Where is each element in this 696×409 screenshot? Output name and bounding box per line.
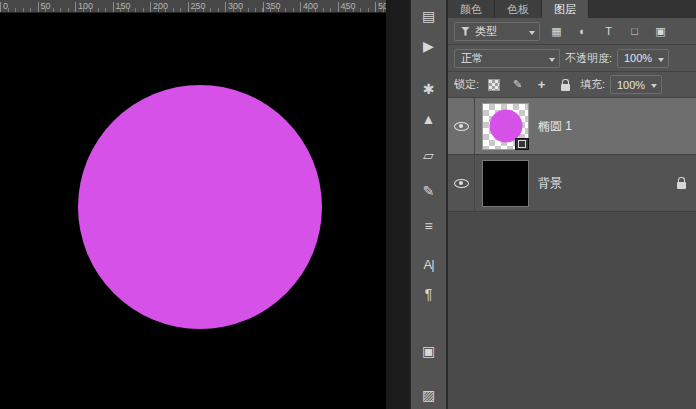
visibility-toggle[interactable] [448, 98, 475, 154]
fill-value: 100% [617, 79, 645, 91]
eye-icon [454, 122, 469, 131]
move-icon: + [538, 77, 546, 92]
libraries-panel-icon[interactable]: ▨ [413, 381, 445, 409]
filter-funnel-icon [461, 27, 470, 36]
ruler-tick: 450 [338, 0, 376, 12]
navigator-panel-icon[interactable]: ▱ [413, 141, 445, 169]
paragraph-panel-icon[interactable]: ¶ [413, 280, 445, 308]
horizontal-ruler[interactable]: 0 50 100 150 200 250 300 350 400 450 500 [0, 0, 386, 13]
ruler-tick: 50 [38, 0, 76, 12]
magenta-ellipse[interactable] [78, 85, 322, 329]
lock-icon [561, 84, 570, 91]
tab-color[interactable]: 颜色 [448, 0, 495, 18]
layer-comps-panel-icon[interactable]: ▣ [413, 338, 445, 366]
actions-panel-icon[interactable]: ▶ [413, 32, 445, 60]
panel-tab-bar: 颜色 色板 图层 [448, 0, 696, 18]
blend-mode-value: 正常 [461, 51, 483, 66]
shape-layer-badge-icon [515, 138, 529, 150]
filter-smart-objects-icon[interactable]: ▣ [651, 22, 670, 40]
ruler-tick: 200 [150, 0, 188, 12]
background-lock-indicator [677, 177, 686, 189]
ruler-tick: 300 [225, 0, 263, 12]
tab-bar-filler [589, 0, 696, 18]
ruler-tick: 400 [300, 0, 338, 12]
photoshop-window: 0 50 100 150 200 250 300 350 400 450 500… [0, 0, 696, 409]
filter-adjustment-layers-icon[interactable]: ◐ [573, 22, 592, 40]
layer-name[interactable]: 背景 [538, 175, 677, 192]
tab-layers[interactable]: 图层 [542, 0, 589, 18]
layer-name[interactable]: 椭圆 1 [538, 118, 696, 135]
filter-kind-label: 类型 [475, 24, 497, 39]
opacity-value: 100% [624, 52, 652, 64]
filter-pixel-layers-icon[interactable]: ▦ [547, 22, 566, 40]
layer-thumbnail[interactable] [482, 103, 529, 150]
lock-label: 锁定: [454, 77, 479, 92]
layer-list-empty-area[interactable] [448, 212, 696, 409]
ruler-tick: 100 [75, 0, 113, 12]
opacity-label: 不透明度: [565, 51, 612, 66]
blend-mode-select[interactable]: 正常 [454, 49, 560, 68]
tab-swatches[interactable]: 色板 [495, 0, 542, 18]
layer-row-background[interactable]: 背景 [448, 155, 696, 212]
character-panel-icon[interactable]: A| [413, 250, 445, 278]
layer-row-ellipse[interactable]: 椭圆 1 [448, 98, 696, 155]
filter-type-layers-icon[interactable]: T [599, 22, 618, 40]
ruler-tick: 350 [263, 0, 301, 12]
layers-panel: 颜色 色板 图层 类型 ▦ ◐ T □ ▣ 正常 不透明度: 100% [448, 0, 696, 409]
lock-transparent-pixels-button[interactable] [484, 76, 503, 94]
filter-kind-select[interactable]: 类型 [454, 22, 540, 41]
panel-icon-dock: ▤ ▶ ✱ ▲ ▱ ✎ ≡ A| ¶ ▣ ▨ [410, 0, 448, 409]
ruler-tick: 0 [0, 0, 38, 12]
clone-source-panel-icon[interactable]: ≡ [413, 212, 445, 240]
brush-panel-icon[interactable]: ✎ [413, 177, 445, 205]
lock-icon [677, 182, 686, 189]
checkerboard-icon [488, 79, 500, 91]
adjustments-panel-icon[interactable]: ▤ [413, 2, 445, 30]
fill-label: 填充: [580, 77, 605, 92]
lock-image-pixels-button[interactable]: ✎ [508, 76, 527, 94]
ruler-tick: 500 [375, 0, 386, 12]
canvas-column: 0 50 100 150 200 250 300 350 400 450 500 [0, 0, 386, 409]
opacity-select[interactable]: 100% [617, 49, 669, 68]
lock-position-button[interactable]: + [532, 76, 551, 94]
pasteboard [386, 0, 410, 409]
document-canvas[interactable] [0, 13, 386, 409]
layer-list: 椭圆 1 背景 [448, 98, 696, 409]
ruler-tick: 150 [113, 0, 151, 12]
layer-thumbnail[interactable] [482, 160, 529, 207]
brush-icon: ✎ [513, 78, 522, 91]
ruler-tick: 250 [188, 0, 226, 12]
blend-row: 正常 不透明度: 100% [448, 45, 696, 72]
lock-all-button[interactable] [556, 76, 575, 94]
visibility-toggle[interactable] [448, 155, 475, 211]
filter-shape-layers-icon[interactable]: □ [625, 22, 644, 40]
lock-row: 锁定: ✎ + 填充: 100% [448, 72, 696, 98]
styles-panel-icon[interactable]: ✱ [413, 75, 445, 103]
histogram-panel-icon[interactable]: ▲ [413, 105, 445, 133]
fill-select[interactable]: 100% [610, 75, 662, 94]
eye-icon [454, 179, 469, 188]
layer-filter-row: 类型 ▦ ◐ T □ ▣ [448, 18, 696, 45]
